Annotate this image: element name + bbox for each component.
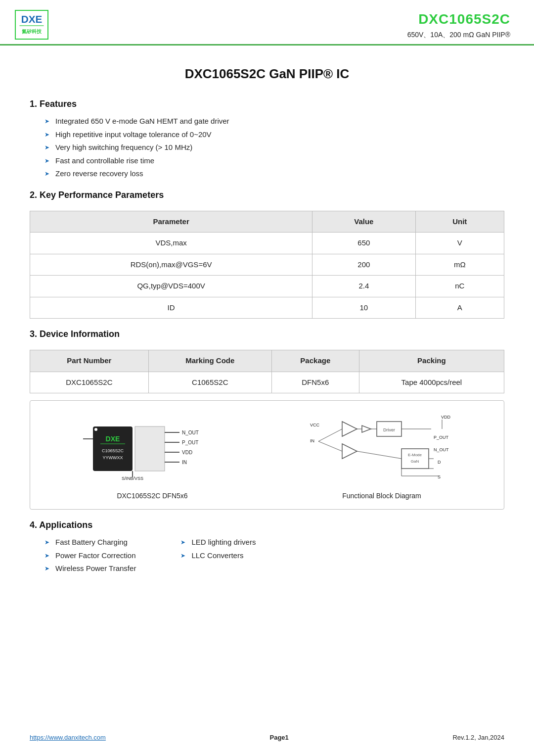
section-key-performance: 2. Key Performance Parameters Parameter … bbox=[30, 189, 504, 319]
svg-text:P_OUT: P_OUT bbox=[434, 435, 449, 440]
list-item: Integrated 650 V e-mode GaN HEMT and gat… bbox=[44, 116, 504, 127]
section-di-title: 3. Device Information bbox=[30, 328, 504, 341]
col-header-value: Value bbox=[312, 211, 415, 233]
param-unit: mΩ bbox=[415, 254, 504, 276]
header: DXE 氮矽科技 DXC1065S2C 650V、10A、200 mΩ GaN … bbox=[0, 0, 534, 46]
device-marking-code: C1065S2C bbox=[148, 372, 271, 393]
svg-line-43 bbox=[357, 451, 401, 459]
svg-marker-31 bbox=[342, 444, 357, 459]
svg-text:IN: IN bbox=[310, 438, 314, 443]
diagram-row: DXE C1065S2C YYWWXX N_OUT bbox=[45, 412, 489, 501]
param-name: VDS,max bbox=[30, 233, 312, 254]
table-row: DXC1065S2C C1065S2C DFN5x6 Tape 4000pcs/… bbox=[30, 372, 504, 393]
table-row: QG,typ@VDS=400V 2.4 nC bbox=[30, 276, 504, 297]
svg-text:DXE: DXE bbox=[106, 435, 120, 443]
svg-text:DXE: DXE bbox=[21, 13, 43, 25]
section-device-info: 3. Device Information Part Number Markin… bbox=[30, 328, 504, 510]
section-app-title: 4. Applications bbox=[30, 519, 504, 532]
svg-line-38 bbox=[318, 429, 342, 441]
param-unit: A bbox=[415, 297, 504, 319]
table-row: VDS,max 650 V bbox=[30, 233, 504, 254]
header-right: DXC1065S2C 650V、10A、200 mΩ GaN PIIP® bbox=[407, 9, 510, 40]
list-item: Very high switching frequency (> 10 MHz) bbox=[44, 142, 504, 153]
param-unit: V bbox=[415, 233, 504, 254]
page: DXE 氮矽科技 DXC1065S2C 650V、10A、200 mΩ GaN … bbox=[0, 0, 534, 756]
svg-marker-30 bbox=[342, 422, 357, 436]
diagram-box: DXE C1065S2C YYWWXX N_OUT bbox=[30, 400, 504, 510]
header-part-number: DXC1065S2C bbox=[407, 9, 510, 30]
svg-text:YYWWXX: YYWWXX bbox=[102, 455, 123, 460]
svg-text:Driver: Driver bbox=[383, 427, 395, 432]
device-package: DFN5x6 bbox=[271, 372, 359, 393]
param-value: 200 bbox=[312, 254, 415, 276]
logo-box: DXE 氮矽科技 bbox=[15, 10, 48, 40]
applications-columns: Fast Battery Charging Power Factor Corre… bbox=[30, 537, 504, 576]
svg-text:P_OUT: P_OUT bbox=[182, 440, 198, 445]
list-item: LED lighting drivers bbox=[180, 537, 256, 548]
svg-text:C1065S2C: C1065S2C bbox=[102, 448, 124, 453]
list-item: Power Factor Correction bbox=[44, 550, 136, 562]
diagram-left: DXE C1065S2C YYWWXX N_OUT bbox=[45, 412, 260, 501]
svg-text:D: D bbox=[438, 460, 441, 465]
logo-area: DXE 氮矽科技 bbox=[15, 10, 48, 40]
svg-text:N_OUT: N_OUT bbox=[182, 430, 199, 435]
svg-rect-9 bbox=[135, 426, 165, 471]
svg-text:S: S bbox=[438, 474, 441, 479]
diagram-left-caption: DXC1065S2C DFN5x6 bbox=[117, 491, 187, 501]
list-item: Zero reverse recovery loss bbox=[44, 168, 504, 180]
svg-line-39 bbox=[318, 441, 342, 451]
svg-text:VCC: VCC bbox=[310, 423, 320, 427]
list-item: High repetitive input voltage tolerance … bbox=[44, 129, 504, 141]
table-row: ID 10 A bbox=[30, 297, 504, 319]
param-name: QG,typ@VDS=400V bbox=[30, 276, 312, 297]
svg-text:VDD: VDD bbox=[182, 450, 192, 455]
col-part-number: Part Number bbox=[30, 350, 149, 372]
device-packing: Tape 4000pcs/reel bbox=[359, 372, 504, 393]
param-value: 650 bbox=[312, 233, 415, 254]
params-table: Parameter Value Unit VDS,max 650 V RDS(o… bbox=[30, 211, 504, 319]
svg-text:GaN: GaN bbox=[411, 459, 419, 464]
section-features: 1. Features Integrated 650 V e-mode GaN … bbox=[30, 97, 504, 180]
device-part-number: DXC1065S2C bbox=[30, 372, 149, 393]
svg-text:E-Mode: E-Mode bbox=[408, 453, 422, 457]
diagram-right-caption: Functional Block Diagram bbox=[342, 491, 421, 501]
main-content: DXC1065S2C GaN PIIP® IC 1. Features Inte… bbox=[0, 46, 534, 591]
features-list: Integrated 650 V e-mode GaN HEMT and gat… bbox=[30, 116, 504, 180]
svg-text:VDD: VDD bbox=[441, 415, 451, 420]
svg-text:N_OUT: N_OUT bbox=[434, 447, 449, 452]
table-row: RDS(on),max@VGS=6V 200 mΩ bbox=[30, 254, 504, 276]
device-table: Part Number Marking Code Package Packing… bbox=[30, 350, 504, 393]
col-header-unit: Unit bbox=[415, 211, 504, 233]
app-list-col1: Fast Battery Charging Power Factor Corre… bbox=[30, 537, 136, 576]
svg-text:氮矽科技: 氮矽科技 bbox=[21, 28, 42, 34]
ic-package-svg: DXE C1065S2C YYWWXX N_OUT bbox=[83, 412, 222, 486]
param-name: RDS(on),max@VGS=6V bbox=[30, 254, 312, 276]
footer-page: Page1 bbox=[270, 733, 289, 743]
svg-text:IN: IN bbox=[182, 460, 187, 465]
section-kp-title: 2. Key Performance Parameters bbox=[30, 189, 504, 202]
col-packing: Packing bbox=[359, 350, 504, 372]
list-item: Fast and controllable rise time bbox=[44, 155, 504, 167]
list-item: LLC Converters bbox=[180, 550, 256, 562]
list-item: Wireless Power Transfer bbox=[44, 563, 136, 574]
footer-link[interactable]: https://www.danxitech.com bbox=[30, 733, 106, 743]
svg-marker-32 bbox=[362, 425, 371, 432]
svg-rect-35 bbox=[401, 449, 429, 469]
param-name: ID bbox=[30, 297, 312, 319]
col-package: Package bbox=[271, 350, 359, 372]
svg-point-8 bbox=[94, 428, 97, 431]
footer-revision: Rev.1.2, Jan,2024 bbox=[452, 733, 504, 743]
diagram-right: VDD P_OUT N_OUT D S IN bbox=[274, 412, 489, 501]
section-features-title: 1. Features bbox=[30, 97, 504, 111]
functional-block-svg: VDD P_OUT N_OUT D S IN bbox=[308, 412, 456, 486]
param-value: 10 bbox=[312, 297, 415, 319]
col-header-parameter: Parameter bbox=[30, 211, 312, 233]
param-unit: nC bbox=[415, 276, 504, 297]
list-item: Fast Battery Charging bbox=[44, 537, 136, 548]
main-title: DXC1065S2C GaN PIIP® IC bbox=[30, 64, 504, 84]
param-value: 2.4 bbox=[312, 276, 415, 297]
header-part-subtitle: 650V、10A、200 mΩ GaN PIIP® bbox=[407, 30, 510, 40]
footer: https://www.danxitech.com Page1 Rev.1.2,… bbox=[0, 733, 534, 743]
col-marking-code: Marking Code bbox=[148, 350, 271, 372]
section-applications: 4. Applications Fast Battery Charging Po… bbox=[30, 519, 504, 576]
